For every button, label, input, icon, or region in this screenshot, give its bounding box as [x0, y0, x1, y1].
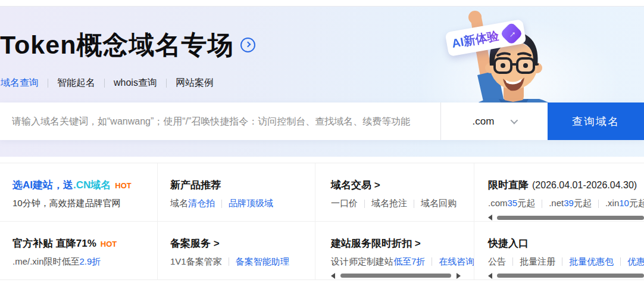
- link-icp-butler[interactable]: 1V1备案管家: [170, 256, 222, 268]
- link-coupon-transfer-in[interactable]: 优惠转入: [627, 256, 644, 268]
- card-title-link[interactable]: 备案服务 >: [170, 237, 307, 250]
- card-ai-site-building: 选AI建站，送.CN域名HOT 10分钟，高效搭建品牌官网: [0, 163, 158, 222]
- card-icp-service: 备案服务 > 1V1备案管家 备案智能助理: [158, 222, 315, 280]
- designer-text: 设计师定制建站: [331, 256, 393, 268]
- separator: [562, 257, 562, 266]
- link-announcements[interactable]: 公告: [488, 256, 506, 268]
- link-prefix: 域名: [170, 198, 188, 209]
- card-site-building-discount: 建站服务限时折扣 > 设计师定制建站低至7折 在线咨询: [315, 222, 474, 280]
- card-domain-trade: 域名交易 > 一口价 域名抢注 域名回购: [315, 163, 474, 222]
- card-limited-discount: 限时直降(2026.04.01-2026.04.30) .com35元起 .ne…: [474, 163, 644, 222]
- card-new-products: 新产品推荐 域名清仓拍 品牌顶级域: [158, 163, 315, 222]
- card-title-link[interactable]: 域名交易 >: [331, 178, 465, 192]
- domain-search-input[interactable]: [0, 102, 440, 140]
- circle-arrow-icon[interactable]: [240, 38, 255, 52]
- card-title-link[interactable]: 建站服务限时折扣 >: [331, 237, 465, 250]
- nav-whois[interactable]: whois查询: [114, 77, 157, 89]
- link-bulk-coupon-pack[interactable]: 批量优惠包: [569, 256, 614, 268]
- card-subtitle: 10分钟，高效搭建品牌官网: [12, 198, 121, 209]
- card-title: 新产品推荐: [170, 178, 307, 192]
- discount-date-range: (2026.04.01-2026.04.30): [532, 180, 637, 190]
- card-title: 限时直降(2026.04.01-2026.04.30): [488, 178, 644, 192]
- horizontal-scrollbar: [488, 273, 644, 279]
- nav-separator: [48, 79, 48, 88]
- scroll-right-arrow-icon[interactable]: [457, 273, 461, 279]
- link-brand-tld[interactable]: 品牌顶级域: [229, 198, 273, 209]
- link-icp-ai-assistant[interactable]: 备案智能助理: [236, 256, 289, 268]
- hot-badge: HOT: [101, 240, 117, 248]
- link-buyback[interactable]: 域名回购: [421, 198, 457, 209]
- tld-selected-value: .com: [473, 116, 495, 128]
- separator: [512, 257, 513, 266]
- price-item-xin[interactable]: .xin10元起: [605, 198, 644, 209]
- separator: [432, 257, 432, 266]
- nav-separator: [166, 79, 167, 88]
- subsidy-discount[interactable]: 2.9折: [80, 256, 101, 268]
- separator: [620, 257, 621, 266]
- nav-separator: [104, 79, 105, 88]
- header-nav: 域名查询 智能起名 whois查询 网站案例: [1, 77, 214, 89]
- page: AI新体验 → Token概念域名专场 域名查询 智能起名 whois查询 网站…: [0, 0, 644, 292]
- link-backorder[interactable]: 域名抢注: [371, 198, 407, 209]
- scrollbar-thumb[interactable]: [497, 274, 644, 278]
- page-title: Token概念域名专场: [0, 30, 233, 61]
- nav-website-cases[interactable]: 网站案例: [176, 77, 214, 89]
- card-title: 官方补贴 直降71%HOT: [12, 237, 149, 250]
- nav-smart-naming[interactable]: 智能起名: [57, 77, 95, 89]
- nav-domain-search[interactable]: 域名查询: [1, 77, 39, 89]
- title-row: Token概念域名专场: [0, 30, 255, 61]
- link-online-consult[interactable]: 在线咨询: [439, 256, 474, 268]
- ai-experience-label: AI新体验: [451, 27, 500, 51]
- scrollbar-thumb[interactable]: [340, 274, 451, 278]
- scrollbar-thumb[interactable]: [497, 216, 644, 220]
- scroll-left-arrow-icon[interactable]: [488, 215, 492, 220]
- hot-badge: HOT: [115, 181, 131, 190]
- promo-card-grid: 选AI建站，送.CN域名HOT 10分钟，高效搭建品牌官网 新产品推荐 域名清仓…: [0, 163, 644, 280]
- horizontal-scrollbar: [488, 215, 644, 220]
- card-title[interactable]: 选AI建站，送.CN域名HOT: [12, 178, 149, 192]
- separator: [221, 200, 222, 208]
- scroll-left-arrow-icon[interactable]: [331, 273, 335, 279]
- card-official-subsidy: 官方补贴 直降71%HOT .me/.xin限时低至2.9折: [0, 222, 158, 280]
- link-fixed-price[interactable]: 一口价: [331, 198, 358, 209]
- scroll-left-arrow-icon[interactable]: [488, 273, 492, 279]
- link-bulk-register[interactable]: 批量注册: [520, 256, 555, 268]
- separator: [414, 200, 414, 208]
- subsidy-text: .me/.xin限时低至: [12, 256, 80, 268]
- chevron-down-icon: [511, 117, 518, 125]
- link-clearance-auction[interactable]: 清仓拍: [188, 198, 215, 209]
- price-item-com[interactable]: .com35元起: [488, 198, 535, 209]
- separator: [542, 200, 542, 208]
- tld-select[interactable]: .com: [440, 102, 548, 140]
- separator: [229, 257, 229, 266]
- price-item-net[interactable]: .net39元起: [549, 198, 592, 209]
- horizontal-scrollbar: [331, 273, 465, 279]
- domain-search-bar: .com 查询域名: [0, 102, 644, 140]
- arrow-up-right-icon: →: [499, 21, 523, 45]
- card-quick-entry: 快捷入口 公告 批量注册 批量优惠包 优惠转入: [474, 222, 644, 280]
- separator: [364, 200, 365, 208]
- separator: [598, 200, 599, 208]
- card-title: 快捷入口: [488, 237, 644, 250]
- search-domain-button[interactable]: 查询域名: [548, 102, 644, 140]
- designer-discount[interactable]: 低至7折: [393, 256, 425, 268]
